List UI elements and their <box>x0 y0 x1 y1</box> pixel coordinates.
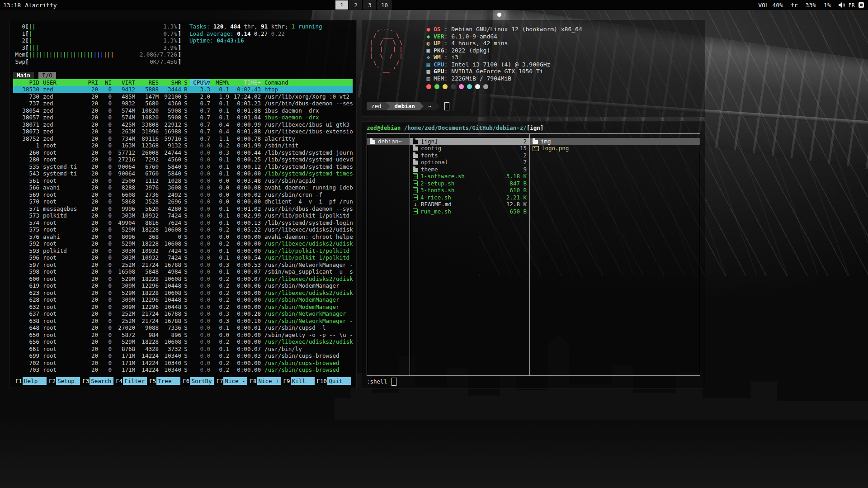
fkey-setup[interactable]: F2Setup <box>47 377 80 385</box>
process-row-648[interactable]: 648root2002702090887336S0.00.10:00.01/us… <box>13 324 353 332</box>
process-row-38073[interactable]: 38073zed200263M3199616988S0.70.40:01.88/… <box>13 128 353 135</box>
fkey-quit[interactable]: F10Quit <box>315 377 352 385</box>
process-row-699[interactable]: 699root200171M1422410340S0.00.20:00.03/u… <box>13 352 353 360</box>
htop-terminal-window[interactable]: 0[||1.3%]1[|0.7%]2[|1.3%]3[|||3.9%]Mem[|… <box>9 20 357 388</box>
process-row-593[interactable]: 593polkitd200303M109327424S0.00.10:00.00… <box>13 247 353 255</box>
file-entry-run-me-sh[interactable]: run_me.sh650 B <box>410 208 529 215</box>
process-row-632[interactable]: 632root200309M1229610448S0.00.20:00.00/u… <box>13 303 353 311</box>
workspace-10[interactable]: 10 <box>377 0 392 9</box>
process-row-280[interactable]: 280root2002721672924560S0.00.10:00.25/li… <box>13 156 353 163</box>
column-header-time[interactable]: TIME+ <box>229 79 261 86</box>
process-row-628[interactable]: 628root200309M1229610448S0.00.20:00.00/u… <box>13 296 353 303</box>
fkey-search[interactable]: F3Search <box>80 377 113 385</box>
language-indicator: fr <box>791 2 798 9</box>
statusbar-left: 13:18 Alacritty <box>0 2 57 9</box>
process-row-1[interactable]: 1root200163M123689132S0.00.20:01.99/sbin… <box>13 142 353 149</box>
speaker-icon[interactable] <box>839 2 845 8</box>
file-entry-theme[interactable]: theme9 <box>410 166 529 173</box>
process-row-597[interactable]: 597root200252M2172416788S0.00.30:00.53/u… <box>13 261 353 269</box>
htop-screen-tabs: MainI/O <box>13 72 353 79</box>
process-row-535[interactable]: 535systemd-ti2009006467605840S0.00.10:00… <box>13 163 353 171</box>
workspace-2[interactable]: 2 <box>349 0 362 9</box>
process-row-619[interactable]: 619root200309M1229610448S0.00.20:00.06/u… <box>13 282 353 289</box>
process-row-38054[interactable]: 38054zed200574M108205908S0.70.10:01.88ib… <box>13 107 353 114</box>
process-row-561[interactable]: 561root200250011121028S0.00.00:03.48/usr… <box>13 177 353 185</box>
process-row-569[interactable]: 569root200660827362492S0.00.00:00.02/usr… <box>13 191 353 199</box>
file-entry-1-software-sh[interactable]: 1-software.sh3.18 K <box>410 173 529 180</box>
process-row-574[interactable]: 574root2004990488167624S0.00.10:00.13/li… <box>13 219 353 227</box>
column-header-user[interactable]: USER <box>39 79 83 86</box>
file-entry-img[interactable]: img <box>530 138 700 145</box>
process-row-623[interactable]: 623root200529M1822810608S0.00.20:00.00/u… <box>13 289 353 297</box>
process-row-260[interactable]: 260root200577122600824744S0.00.30:00.44/… <box>13 149 353 156</box>
process-row-596[interactable]: 596root200303M109327424S0.00.10:00.54/us… <box>13 254 353 261</box>
fkey-nice[interactable]: F8Nice + <box>247 377 281 385</box>
column-header-ni[interactable]: NI <box>98 79 112 86</box>
file-entry-debian[interactable]: debian~ <box>367 138 410 145</box>
process-row-638[interactable]: 638root200252M2172416788S0.00.30:00.10/u… <box>13 317 353 325</box>
column-header-cmd[interactable]: Command <box>261 79 353 86</box>
process-row-730[interactable]: 730zed200485M147M92100S2.01.917:24.02/us… <box>13 93 353 100</box>
process-row-661[interactable]: 661root200876843283732S0.00.10:00.07/usr… <box>13 346 353 353</box>
column-header-shr[interactable]: SHR <box>159 79 181 86</box>
file-entry-2-setup-sh[interactable]: 2-setup.sh847 B <box>410 180 529 187</box>
workspace-3[interactable]: 3 <box>363 0 376 9</box>
process-row-576[interactable]: 576avahi20080963680S0.00.00:00.00avahi-d… <box>13 233 353 241</box>
keyboard-layout-badge[interactable]: FR <box>849 2 855 8</box>
column-header-pri[interactable]: PRI <box>83 79 98 86</box>
process-row-598[interactable]: 598root2001650858484984S0.00.10:00.07/sb… <box>13 268 353 275</box>
file-entry-ign[interactable]: [ign]2 <box>410 138 529 145</box>
tab-i-o[interactable]: I/O <box>38 72 56 79</box>
fkey-nice[interactable]: F7Nice - <box>214 377 247 385</box>
image-file-icon <box>533 146 539 151</box>
file-entry-4-rice-sh[interactable]: 4-rice.sh2.21 K <box>410 194 529 201</box>
summary-line-1: Load average: 0.14 0.27 0.22 <box>189 30 322 38</box>
process-row-566[interactable]: 566avahi200828839763608S0.00.00:00.08ava… <box>13 184 353 191</box>
file-entry-optional[interactable]: optional7 <box>410 159 529 166</box>
process-row-650[interactable]: 650root2005872984896S0.00.00:00.00/sbin/… <box>13 332 353 339</box>
process-row-38530[interactable]: 38530zed200941258883444R3.30.10:02.43hto… <box>13 86 353 93</box>
fkey-filter[interactable]: F4Filter <box>113 377 147 385</box>
process-row-600[interactable]: 600root200529M1822810608S0.00.20:00.07/u… <box>13 275 353 283</box>
process-row-543[interactable]: 543systemd-ti2009006467605840S0.00.10:00… <box>13 170 353 177</box>
fkey-tree[interactable]: F5Tree <box>147 377 180 385</box>
file-entry-logo-png[interactable]: logo.png <box>530 145 700 152</box>
tab-main[interactable]: Main <box>13 72 34 79</box>
wallpaper-street-lamp <box>497 13 501 17</box>
process-row-592[interactable]: 592root200529M1822810608S0.00.20:00.00/u… <box>13 240 353 247</box>
workspace-1[interactable]: 1 <box>335 0 348 9</box>
fkey-help[interactable]: F1Help <box>13 377 47 385</box>
file-entry-3-fonts-sh[interactable]: 3-fonts.sh610 B <box>410 187 529 194</box>
process-row-38752[interactable]: 38752zed200734M8911659716S0.71.10:00.78a… <box>13 135 353 142</box>
process-row-575[interactable]: 575root200529M1822810608S0.00.20:05.22/u… <box>13 226 353 233</box>
file-entry-readme-md[interactable]: ↓README.md12.8 K <box>410 201 529 208</box>
process-row-38071[interactable]: 38071zed200425M3380822912S0.70.40:00.99/… <box>13 121 353 128</box>
process-row-570[interactable]: 570root200586835282696S0.00.00:00.00dhcl… <box>13 198 353 205</box>
parent-directory-pane: debian~ <box>367 134 410 376</box>
column-header-virt[interactable]: VIRT <box>112 79 135 86</box>
file-entry-fonts[interactable]: fonts2 <box>410 152 529 159</box>
fetch-terminal-window[interactable]: ,---._ / ___ \ | / \ \ | | | | | \__/ | … <box>362 20 705 117</box>
process-row-571[interactable]: 571messagebus200999656204280S0.00.10:01.… <box>13 205 353 213</box>
column-header-cpu[interactable]: CPU%▽ <box>190 79 210 86</box>
column-header-s[interactable]: S <box>181 79 190 86</box>
process-row-737[interactable]: 737zed200983256804360S0.70.10:03.23/usr/… <box>13 100 353 107</box>
column-header-pid[interactable]: PID <box>13 79 39 86</box>
process-row-573[interactable]: 573polkitd200303M109327424S0.00.10:02.99… <box>13 212 353 219</box>
file-browser-panes: debian~ [ign]2config15fonts2optional7the… <box>367 133 700 376</box>
fkey-sortby[interactable]: F6SortBy <box>180 377 214 385</box>
ranger-file-manager-window[interactable]: zed@debian /home/zed/Documents/GitHub/de… <box>362 121 705 389</box>
process-row-38057[interactable]: 38057zed200574M108205908S0.70.10:01.04ib… <box>13 114 353 121</box>
process-row-703[interactable]: 703root200171M1422410340S0.00.20:00.00/u… <box>13 366 353 374</box>
column-header-res[interactable]: RES <box>135 79 159 86</box>
tray-icon[interactable] <box>859 2 864 8</box>
column-header-mem[interactable]: MEM% <box>210 79 229 86</box>
meter-mem: Mem[|||||||||||||||||||||||||2.08G/7.72G… <box>13 51 181 58</box>
process-row-702[interactable]: 702root200171M1422410340S0.00.20:00.00/u… <box>13 360 353 367</box>
fkey-kill[interactable]: F9Kill <box>281 377 315 385</box>
command-line[interactable]: :shell <box>367 378 700 386</box>
process-row-637[interactable]: 637root200252M2172416788S0.00.30:00.28/u… <box>13 310 353 317</box>
file-entry-config[interactable]: config15 <box>410 145 529 152</box>
shell-prompt[interactable]: zeddebian~ <box>367 102 700 110</box>
process-row-656[interactable]: 656root200529M1822810608S0.00.20:00.00/u… <box>13 338 353 346</box>
